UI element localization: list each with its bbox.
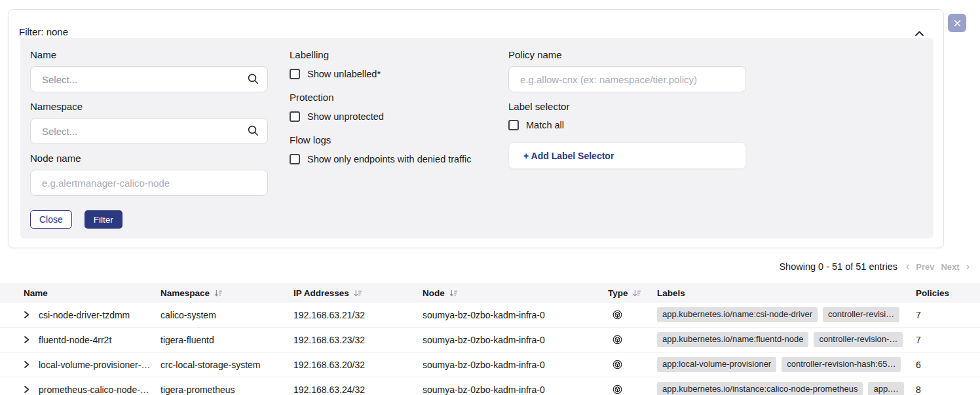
name-select-input[interactable]: [30, 66, 268, 92]
pod-type-icon: [612, 360, 622, 369]
endpoint-ip: 192.168.63.23/32: [293, 335, 423, 345]
show-unprotected-label: Show unprotected: [307, 111, 384, 122]
chevron-up-icon: [914, 30, 929, 37]
label-chip: controller-revisi…: [823, 307, 899, 322]
label-selector-section-label: Label selector: [508, 101, 746, 114]
column-header-policies: Policies: [909, 288, 980, 298]
denied-traffic-label: Show only endpoints with denied traffic: [307, 154, 471, 164]
prev-page-button[interactable]: Prev: [916, 262, 934, 272]
endpoint-policies-count: 6: [909, 360, 980, 370]
search-icon: [247, 73, 259, 85]
label-chip: app.kubernetes.io/name:fluentd-node: [657, 332, 808, 347]
column-header-ip-addresses[interactable]: IP Addresses: [293, 288, 423, 298]
dismiss-button[interactable]: [948, 14, 966, 32]
label-chip: app:local-volume-provisioner: [657, 357, 776, 372]
endpoint-ip: 192.168.63.20/32: [293, 360, 423, 370]
pod-type-icon: [612, 335, 622, 345]
table-row: csi-node-driver-tzdmm calico-system 192.…: [0, 303, 980, 328]
endpoint-node: soumya-bz-0zbo-kadm-infra-0: [423, 310, 608, 320]
pod-type-icon: [612, 385, 622, 394]
search-icon: [247, 124, 259, 137]
filter-form: Name Namespace Node name: [20, 38, 933, 238]
endpoint-node: soumya-bz-0zbo-kadm-infra-0: [423, 360, 608, 370]
table-header-row: Name Namespace IP Addresses Node Type La…: [0, 283, 980, 303]
sort-icon: [214, 289, 223, 297]
next-page-button[interactable]: Next: [941, 262, 959, 272]
flow-logs-section-label: Flow logs: [290, 134, 516, 147]
filter-panel-title: Filter: none: [19, 26, 68, 37]
column-header-node[interactable]: Node: [423, 288, 608, 298]
column-header-name: Name: [0, 288, 160, 298]
chevron-right-icon: [24, 360, 29, 369]
namespace-select-input[interactable]: [30, 118, 268, 144]
table-row: fluentd-node-4rr2t tigera-fluentd 192.16…: [0, 328, 980, 352]
column-header-type[interactable]: Type: [608, 288, 657, 298]
endpoint-namespace: crc-local-storage-system: [160, 360, 293, 370]
label-chip: app.…: [868, 382, 903, 395]
match-all-label: Match all: [526, 120, 564, 130]
endpoint-name: csi-node-driver-tzdmm: [39, 310, 130, 320]
column-header-labels: Labels: [657, 288, 909, 298]
pod-type-icon: [612, 310, 622, 320]
expand-row-button[interactable]: [24, 360, 33, 369]
entries-count-text: Showing 0 - 51 of 51 entries: [779, 261, 897, 272]
chevron-right-icon: [24, 335, 29, 344]
pagination: Showing 0 - 51 of 51 entries ‹ Prev Next…: [779, 260, 970, 273]
endpoint-name: fluentd-node-4rr2t: [39, 335, 111, 345]
endpoint-node: soumya-bz-0zbo-kadm-infra-0: [423, 335, 608, 345]
endpoint-namespace: calico-system: [160, 310, 293, 320]
chevron-right-icon: [24, 385, 29, 394]
endpoint-policies-count: 8: [909, 385, 980, 395]
label-chip: controller-revision-…: [814, 332, 903, 347]
policy-name-field-label: Policy name: [508, 49, 746, 62]
endpoint-name: prometheus-calico-node-…: [39, 385, 149, 395]
prev-chevron-icon: ‹: [906, 261, 909, 272]
namespace-field-label: Namespace: [30, 101, 268, 114]
label-chip: app.kubernetes.io/instance:calico-node-p…: [657, 382, 863, 395]
node-name-input[interactable]: [30, 170, 268, 196]
expand-row-button[interactable]: [24, 385, 33, 394]
table-row: local-volume-provisioner-… crc-local-sto…: [0, 352, 980, 377]
endpoint-namespace: tigera-prometheus: [160, 385, 293, 395]
endpoint-node: soumya-bz-0zbo-kadm-infra-0: [423, 385, 608, 395]
protection-section-label: Protection: [290, 92, 516, 105]
endpoints-page: Filter: none Name Namespace: [0, 0, 980, 395]
node-name-field-label: Node name: [30, 153, 268, 166]
show-unprotected-checkbox[interactable]: [290, 111, 300, 122]
policy-name-input[interactable]: [508, 66, 746, 92]
show-unlabelled-checkbox[interactable]: [290, 69, 300, 79]
chevron-right-icon: [24, 310, 29, 319]
endpoint-ip: 192.168.63.21/32: [293, 310, 423, 320]
label-chip: app.kubernetes.io/name:csi-node-driver: [657, 307, 818, 322]
sort-icon: [633, 289, 641, 297]
next-chevron-icon: ›: [966, 261, 970, 272]
sort-icon: [449, 289, 458, 297]
filter-button[interactable]: Filter: [85, 210, 122, 229]
match-all-checkbox[interactable]: [508, 120, 519, 130]
sort-icon: [354, 289, 362, 297]
labelling-section-label: Labelling: [290, 49, 516, 62]
endpoints-table: Name Namespace IP Addresses Node Type La…: [0, 283, 980, 395]
add-label-selector-button[interactable]: + Add Label Selector: [508, 142, 746, 169]
expand-row-button[interactable]: [24, 335, 33, 345]
name-field-label: Name: [30, 49, 268, 62]
show-unlabelled-label: Show unlabelled*: [307, 69, 381, 79]
label-chip: controller-revision-hash:65…: [782, 357, 901, 372]
endpoint-namespace: tigera-fluentd: [160, 335, 293, 345]
endpoint-policies-count: 7: [909, 335, 980, 345]
expand-row-button[interactable]: [24, 310, 33, 320]
close-button[interactable]: Close: [30, 210, 72, 229]
endpoint-ip: 192.168.63.24/32: [293, 385, 423, 395]
column-header-namespace[interactable]: Namespace: [160, 288, 293, 298]
endpoint-name: local-volume-provisioner-…: [39, 360, 150, 370]
filter-panel: Filter: none Name Namespace: [8, 9, 944, 248]
endpoint-policies-count: 7: [909, 310, 980, 320]
table-row: prometheus-calico-node-… tigera-promethe…: [0, 377, 980, 395]
close-icon: [954, 20, 961, 27]
denied-traffic-checkbox[interactable]: [290, 154, 300, 164]
